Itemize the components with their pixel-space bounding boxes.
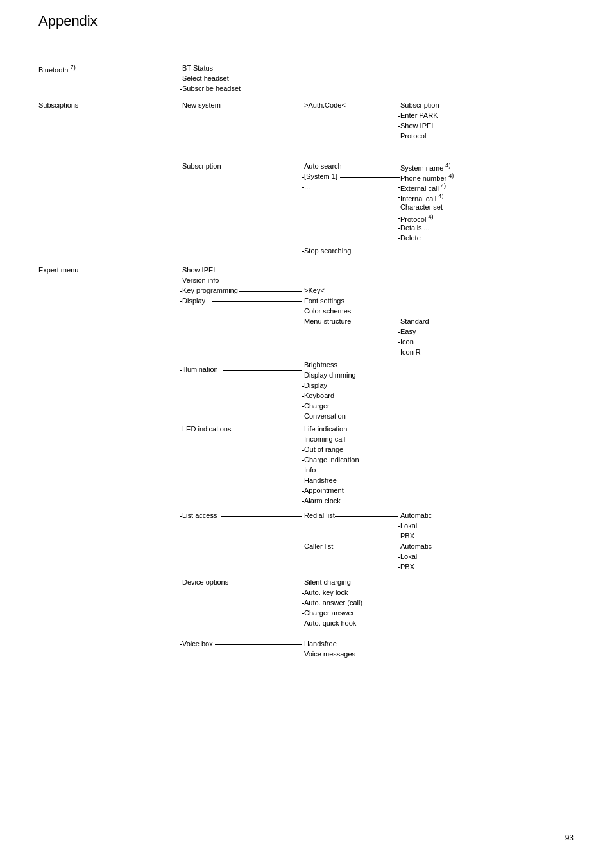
auth-code-label: >Auth.Code<	[304, 101, 346, 109]
expert-menu-label: Expert menu	[38, 266, 78, 274]
font-settings: Font settings	[304, 297, 344, 305]
illumination-label: Illumination	[182, 365, 218, 373]
list-access-label: List access	[182, 512, 217, 519]
auto-answer-call: Auto. answer (call)	[304, 599, 362, 606]
ellipsis: ...	[304, 183, 310, 190]
key-programming-label: Key programming	[182, 287, 238, 294]
redial-automatic: Automatic	[400, 512, 432, 519]
page-title: Appendix	[38, 13, 98, 29]
keyboard: Keyboard	[304, 392, 334, 399]
subsciptions-label: Subsciptions	[38, 101, 78, 109]
brightness: Brightness	[304, 361, 337, 369]
incoming-call: Incoming call	[304, 435, 345, 443]
menu-icon: Icon	[400, 338, 414, 346]
appointment: Appointment	[304, 487, 344, 494]
alarm-clock: Alarm clock	[304, 497, 341, 505]
menu-easy: Easy	[400, 328, 416, 335]
auth-subscription: Subscription	[400, 101, 439, 109]
menu-structure-label: Menu structure	[304, 317, 351, 325]
external-call: External call 4)	[400, 183, 446, 192]
stop-searching: Stop searching	[304, 247, 351, 255]
system-name: System name 4)	[400, 162, 450, 172]
life-indication: Life indication	[304, 425, 347, 433]
subscription-label: Subscription	[182, 162, 221, 170]
handsfree-led: Handsfree	[304, 476, 337, 484]
caller-pbx: PBX	[400, 563, 414, 571]
caller-list-label: Caller list	[304, 542, 333, 550]
menu-icon-r: Icon R	[400, 348, 421, 356]
bt-status: BT Status	[182, 64, 213, 72]
caller-automatic: Automatic	[400, 542, 432, 550]
handsfree-voice: Handsfree	[304, 640, 337, 647]
diagram-container: Bluetooth 7) BT Status Select headset Su…	[38, 51, 590, 628]
auth-enter-park: Enter PARK	[400, 112, 438, 119]
version-info: Version info	[182, 276, 219, 284]
conversation: Conversation	[304, 412, 346, 420]
auth-show-ipei: Show IPEI	[400, 122, 433, 129]
subscribe-headset: Subscribe headset	[182, 85, 241, 92]
protocol-sub: Protocol 4)	[400, 213, 434, 223]
voice-messages: Voice messages	[304, 650, 355, 658]
key-value: >Key<	[304, 287, 325, 294]
device-options-label: Device options	[182, 578, 228, 586]
color-schemes: Color schemes	[304, 307, 351, 315]
display-dimming: Display dimming	[304, 371, 356, 379]
charge-indication: Charge indication	[304, 456, 359, 463]
display-label: Display	[182, 297, 205, 305]
silent-charging: Silent charging	[304, 578, 351, 586]
info: Info	[304, 466, 316, 474]
auto-quick-hook: Auto. quick hook	[304, 619, 356, 627]
out-of-range: Out of range	[304, 446, 343, 453]
caller-lokal: Lokal	[400, 553, 417, 560]
new-system-label: New system	[182, 101, 221, 109]
internal-call: Internal call 4)	[400, 193, 443, 203]
select-headset: Select headset	[182, 74, 229, 82]
details: Details ...	[400, 224, 430, 231]
charger: Charger	[304, 402, 330, 410]
redial-lokal: Lokal	[400, 522, 417, 530]
menu-standard: Standard	[400, 317, 429, 325]
character-set: Character set	[400, 203, 443, 211]
charger-answer: Charger answer	[304, 609, 354, 617]
bluetooth-label: Bluetooth 7)	[38, 64, 76, 74]
auto-key-lock: Auto. key lock	[304, 588, 348, 596]
display-item: Display	[304, 381, 327, 389]
delete: Delete	[400, 234, 421, 242]
voice-box-label: Voice box	[182, 640, 213, 647]
auto-search: Auto search	[304, 162, 342, 170]
redial-list-label: Redial list	[304, 512, 335, 519]
phone-number: Phone number 4)	[400, 172, 454, 182]
page-number: 93	[565, 833, 574, 842]
system1-label: [System 1]	[304, 172, 337, 180]
auth-protocol: Protocol	[400, 132, 426, 140]
led-indications-label: LED indications	[182, 425, 231, 433]
show-ipei: Show IPEI	[182, 266, 215, 274]
redial-pbx: PBX	[400, 532, 414, 540]
